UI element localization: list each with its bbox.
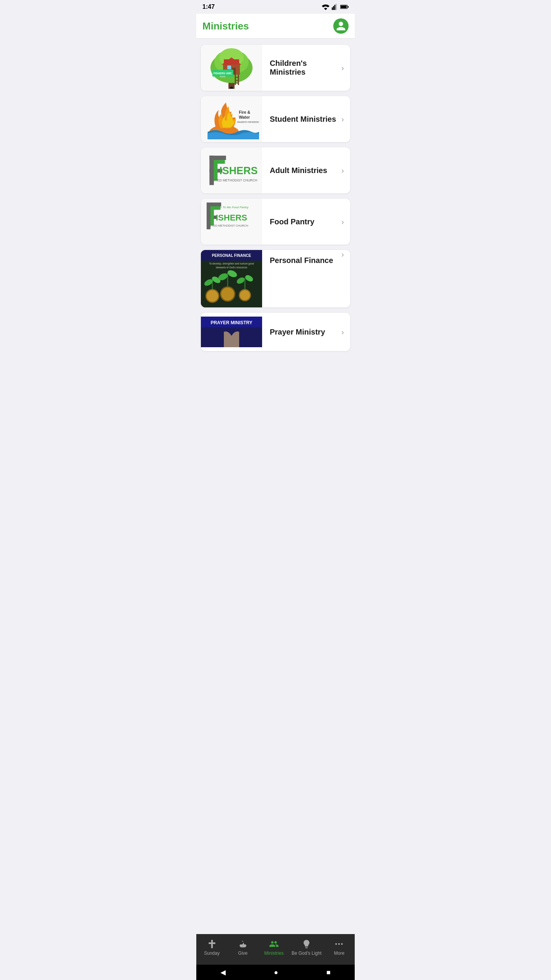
student-chevron: › — [341, 115, 350, 124]
adult-label: Adult Ministries — [262, 160, 341, 181]
svg-text:UNITED METHODIST CHURCH: UNITED METHODIST CHURCH — [207, 224, 248, 227]
svg-text:FISHERS UMC: FISHERS UMC — [214, 72, 232, 75]
foodpantry-chevron: › — [341, 217, 350, 226]
svg-rect-14 — [227, 65, 231, 69]
svg-text:Fire &: Fire & — [239, 110, 250, 114]
ministry-card-adult[interactable]: ISHERS UNITED METHODIST CHURCH Adult Min… — [201, 147, 350, 193]
ministry-card-foodpantry[interactable]: ISHERS UNITED METHODIST CHURCH Come To M… — [201, 199, 350, 245]
page-title: Ministries — [202, 20, 249, 32]
prayer-chevron: › — [341, 328, 350, 336]
svg-point-46 — [207, 290, 218, 302]
foodpantry-label: Food Pantry — [262, 211, 341, 232]
prayer-label: Prayer Ministry — [262, 322, 341, 343]
svg-rect-2 — [334, 5, 336, 10]
foodpantry-image: ISHERS UNITED METHODIST CHURCH Come To M… — [201, 199, 262, 245]
adult-chevron: › — [341, 166, 350, 175]
status-bar: 1:47 — [196, 0, 355, 14]
header: Ministries — [196, 14, 355, 39]
svg-text:PERSONAL FINANCE: PERSONAL FINANCE — [212, 253, 251, 258]
personalfinance-image: PERSONAL FINANCE To develop, strengthen … — [201, 250, 262, 307]
svg-text:stewards of God's resources: stewards of God's resources — [216, 266, 248, 269]
personalfinance-chevron: › — [341, 250, 350, 307]
status-time: 1:47 — [202, 3, 215, 10]
fishers-illustration: ISHERS UNITED METHODIST CHURCH — [204, 149, 259, 191]
ministry-card-student[interactable]: Fire & Water student ministries Student … — [201, 96, 350, 142]
status-icons — [322, 4, 349, 10]
svg-text:KIDS: KIDS — [220, 75, 225, 78]
signal-icon — [332, 4, 338, 10]
svg-text:To develop, strengthen and nur: To develop, strengthen and nurture good — [209, 262, 254, 265]
svg-text:ISHERS: ISHERS — [216, 213, 247, 222]
svg-text:student ministries: student ministries — [237, 120, 259, 124]
ministry-card-prayer[interactable]: PRAYER MINISTRY Prayer Ministry › — [201, 313, 350, 351]
student-label: Student Ministries — [262, 109, 341, 130]
childrens-label: Children's Ministries — [262, 53, 341, 83]
childrens-image: FISHERS UMC KIDS — [201, 45, 262, 91]
svg-point-50 — [240, 290, 250, 300]
adult-image: ISHERS UNITED METHODIST CHURCH — [201, 147, 262, 193]
svg-rect-1 — [333, 6, 334, 10]
foodpantry-illustration: ISHERS UNITED METHODIST CHURCH Come To M… — [203, 199, 260, 245]
ministry-card-personalfinance[interactable]: PERSONAL FINANCE To develop, strengthen … — [201, 250, 350, 307]
wifi-icon — [322, 4, 329, 10]
student-image: Fire & Water student ministries — [201, 96, 262, 142]
prayer-illustration: PRAYER MINISTRY — [201, 317, 262, 347]
svg-rect-3 — [336, 4, 337, 10]
personalfinance-label: Personal Finance — [262, 250, 341, 307]
battery-icon — [340, 4, 349, 10]
svg-point-48 — [221, 287, 234, 301]
ministries-list: FISHERS UMC KIDS Children's Ministries › — [196, 39, 355, 382]
svg-text:ISHERS: ISHERS — [219, 165, 258, 176]
prayer-image: PRAYER MINISTRY — [201, 317, 262, 347]
ministry-card-childrens[interactable]: FISHERS UMC KIDS Children's Ministries › — [201, 45, 350, 91]
user-avatar-button[interactable] — [333, 18, 349, 34]
childrens-chevron: › — [341, 64, 350, 72]
svg-rect-6 — [341, 5, 347, 8]
user-icon — [336, 21, 346, 31]
svg-rect-33 — [214, 160, 225, 164]
treehouse-illustration: FISHERS UMC KIDS — [205, 47, 258, 89]
svg-rect-5 — [348, 6, 349, 8]
personalfinance-illustration: PERSONAL FINANCE To develop, strengthen … — [201, 250, 262, 307]
svg-text:UNITED METHODIST CHURCH: UNITED METHODIST CHURCH — [209, 178, 257, 182]
svg-text:Come To Me Food Pantry: Come To Me Food Pantry — [214, 206, 249, 209]
firewater-illustration: Fire & Water student ministries — [204, 98, 259, 140]
svg-text:PRAYER MINISTRY: PRAYER MINISTRY — [210, 320, 252, 325]
svg-rect-0 — [332, 7, 333, 10]
svg-rect-30 — [209, 156, 226, 160]
svg-text:Water: Water — [239, 115, 250, 119]
